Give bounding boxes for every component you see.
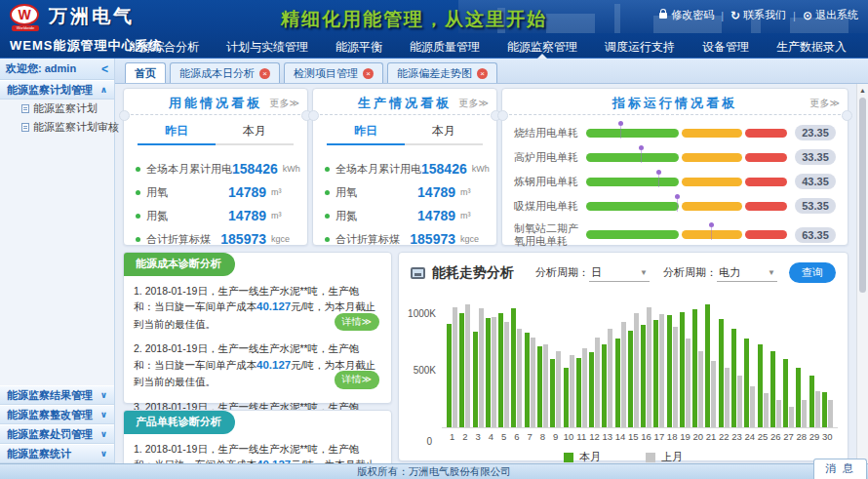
bar-上月[interactable]: [647, 307, 651, 427]
toplink-1[interactable]: 修改密码: [659, 8, 714, 22]
bar-本月[interactable]: [511, 308, 516, 427]
bar-上月[interactable]: [465, 304, 470, 427]
query-button[interactable]: 查询: [789, 262, 836, 283]
bar-本月[interactable]: [447, 324, 452, 427]
tab-1[interactable]: 首页: [125, 62, 166, 83]
bar-本月[interactable]: [809, 376, 814, 427]
bar-上月[interactable]: [725, 368, 730, 427]
bar-上月[interactable]: [828, 400, 833, 427]
bar-本月[interactable]: [576, 358, 581, 427]
bar-本月[interactable]: [550, 359, 555, 427]
bar-上月[interactable]: [608, 329, 612, 427]
bar-上月[interactable]: [479, 308, 484, 427]
bar-本月[interactable]: [564, 368, 569, 427]
sidebar-item[interactable]: 能源监察计划审核: [0, 118, 114, 137]
message-tab[interactable]: 消 息: [813, 459, 867, 479]
tab-4[interactable]: 能源偏差走势图×: [387, 62, 497, 83]
bar-本月[interactable]: [498, 313, 503, 427]
bar-本月[interactable]: [473, 332, 478, 427]
bar-上月[interactable]: [659, 314, 664, 427]
close-icon[interactable]: ×: [477, 68, 488, 79]
sidebar-group-4[interactable]: 能源监察处罚管理∨: [0, 424, 114, 444]
bar-本月[interactable]: [770, 351, 775, 427]
close-icon[interactable]: ×: [259, 68, 270, 79]
bar-本月[interactable]: [641, 325, 646, 427]
type-select[interactable]: 电力 ▼: [717, 264, 777, 282]
bar-本月[interactable]: [615, 339, 620, 427]
bar-上月[interactable]: [570, 355, 574, 427]
bar-本月[interactable]: [667, 315, 672, 427]
bar-上月[interactable]: [543, 344, 548, 427]
tab-2[interactable]: 能源成本日分析×: [170, 62, 280, 83]
sidebar-group-5[interactable]: 能源监察统计∨: [0, 444, 114, 463]
bar-上月[interactable]: [737, 376, 742, 427]
more-link[interactable]: 更多≫: [459, 97, 489, 110]
bar-上月[interactable]: [492, 317, 496, 427]
bar-上月[interactable]: [453, 307, 457, 427]
bar-本月[interactable]: [758, 344, 763, 427]
bar-上月[interactable]: [556, 351, 561, 427]
detail-button[interactable]: 详情≫: [335, 313, 379, 332]
sidebar-item[interactable]: 能源监察计划: [0, 100, 114, 118]
detail-button[interactable]: 详情≫: [335, 371, 379, 389]
bar-上月[interactable]: [621, 322, 626, 427]
bar-上月[interactable]: [686, 339, 690, 427]
bar-上月[interactable]: [764, 393, 769, 427]
nav-item-3[interactable]: 能源平衡: [322, 35, 396, 59]
more-link[interactable]: 更多≫: [810, 97, 840, 110]
bar-本月[interactable]: [589, 352, 594, 427]
legend-item[interactable]: 本月: [564, 450, 601, 463]
sidebar-collapse-icon[interactable]: <: [101, 62, 108, 76]
bar-上月[interactable]: [531, 338, 535, 427]
bar-本月[interactable]: [602, 344, 607, 427]
bar-本月[interactable]: [822, 392, 827, 427]
nav-item-7[interactable]: 设备管理: [689, 35, 763, 59]
subtab-month[interactable]: 本月: [216, 123, 294, 145]
bar-上月[interactable]: [815, 391, 820, 427]
bar-本月[interactable]: [783, 359, 788, 427]
bar-上月[interactable]: [698, 351, 703, 427]
nav-item-1[interactable]: 能源综合分析: [115, 35, 213, 59]
tab-3[interactable]: 检测项目管理×: [284, 62, 383, 83]
bar-本月[interactable]: [705, 304, 710, 427]
sidebar-group-2[interactable]: 能源监察结果管理∨: [0, 385, 114, 405]
bar-上月[interactable]: [802, 400, 807, 427]
bar-本月[interactable]: [537, 346, 542, 427]
nav-item-6[interactable]: 调度运行支持: [591, 35, 689, 59]
bar-上月[interactable]: [776, 400, 781, 427]
bar-本月[interactable]: [653, 320, 658, 427]
vertical-scrollbar[interactable]: ▲: [856, 84, 868, 463]
bar-上月[interactable]: [582, 348, 587, 427]
toplink-2[interactable]: 联系我们: [730, 8, 786, 22]
sidebar-group-1[interactable]: 能源监察计划管理∧: [0, 80, 114, 100]
bar-本月[interactable]: [459, 313, 464, 427]
subtab-yesterday[interactable]: 昨日: [327, 123, 405, 145]
nav-item-5[interactable]: 能源监察管理: [493, 35, 591, 59]
bar-上月[interactable]: [517, 329, 522, 427]
close-icon[interactable]: ×: [363, 68, 374, 79]
bar-本月[interactable]: [486, 318, 491, 427]
bar-本月[interactable]: [719, 319, 724, 427]
bar-本月[interactable]: [628, 331, 633, 427]
bar-本月[interactable]: [744, 339, 749, 427]
bar-上月[interactable]: [750, 386, 755, 427]
nav-item-9[interactable]: 系统管理: [860, 35, 868, 59]
bar-本月[interactable]: [525, 333, 530, 427]
bar-上月[interactable]: [504, 322, 509, 427]
nav-item-8[interactable]: 生产数据录入: [763, 35, 860, 59]
bar-上月[interactable]: [673, 327, 678, 427]
bar-上月[interactable]: [711, 361, 716, 427]
sidebar-group-3[interactable]: 能源监察整改管理∨: [0, 405, 114, 424]
more-link[interactable]: 更多≫: [270, 97, 299, 110]
bar-上月[interactable]: [595, 338, 600, 427]
bar-上月[interactable]: [789, 407, 794, 427]
scroll-up-icon[interactable]: ▲: [857, 84, 868, 94]
legend-item[interactable]: 上月: [646, 450, 683, 463]
bar-上月[interactable]: [634, 313, 639, 427]
toplink-3[interactable]: 退出系统: [803, 8, 858, 22]
nav-item-2[interactable]: 计划与实绩管理: [213, 35, 322, 59]
nav-item-4[interactable]: 能源质量管理: [396, 35, 493, 59]
subtab-yesterday[interactable]: 昨日: [138, 123, 216, 145]
bar-本月[interactable]: [692, 309, 697, 427]
subtab-month[interactable]: 本月: [405, 123, 483, 145]
